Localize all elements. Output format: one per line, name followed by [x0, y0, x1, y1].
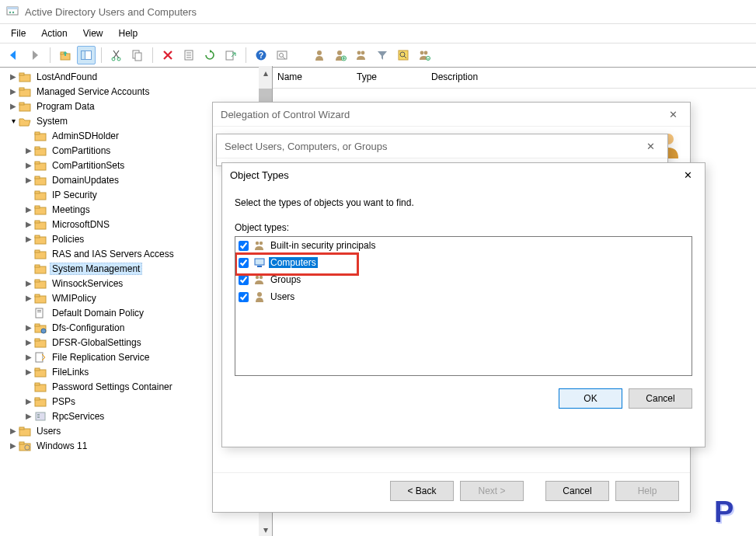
svg-point-91 [260, 242, 263, 245]
menu-file[interactable]: File [3, 25, 33, 42]
nav-forward-button[interactable] [26, 46, 44, 64]
svg-rect-1 [7, 7, 18, 9]
column-description[interactable]: Description [431, 71, 478, 82]
tree-label: RAS and IAS Servers Access [50, 249, 176, 259]
object-types-listbox[interactable]: Built-in security principals Computers G… [235, 236, 692, 376]
close-icon[interactable]: ✕ [678, 165, 697, 184]
chevron-down-icon[interactable]: ▾ [8, 116, 19, 127]
chevron-right-icon[interactable]: ▶ [8, 426, 19, 437]
folder-icon [19, 85, 31, 98]
tree-label: Users [34, 426, 63, 437]
svg-rect-66 [36, 308, 43, 318]
tree-label: RpcServices [50, 411, 106, 422]
svg-rect-80 [35, 398, 40, 400]
tree-label: System [34, 116, 70, 127]
ok-button[interactable]: OK [559, 388, 622, 409]
chevron-right-icon[interactable]: ▶ [23, 352, 34, 363]
wizard-back-button[interactable]: < Back [390, 481, 454, 501]
svg-rect-19 [277, 51, 287, 59]
option-users[interactable]: Users [235, 288, 692, 305]
tree-label: File Replication Service [50, 352, 152, 363]
list-header[interactable]: Name Type Description [273, 66, 756, 89]
chevron-right-icon[interactable]: ▶ [23, 160, 34, 171]
refresh-button[interactable] [200, 46, 219, 64]
scroll-up-button[interactable]: ▴ [259, 66, 272, 79]
menu-action[interactable]: Action [33, 25, 75, 42]
folder-icon [34, 277, 47, 290]
help-button[interactable]: ? [252, 46, 270, 64]
properties-button[interactable] [179, 46, 198, 64]
folder-icon [34, 189, 47, 201]
chevron-right-icon[interactable]: ▶ [23, 396, 34, 407]
column-type[interactable]: Type [357, 71, 377, 82]
up-one-level-button[interactable] [56, 46, 75, 64]
search-button[interactable] [394, 46, 413, 64]
svg-rect-82 [37, 414, 40, 416]
chevron-right-icon[interactable]: ▶ [23, 234, 34, 245]
add-group-button[interactable] [352, 46, 371, 64]
scroll-down-button[interactable]: ▾ [259, 523, 272, 536]
show-hide-console-tree-button[interactable] [77, 46, 96, 64]
chevron-right-icon[interactable]: ▶ [23, 145, 34, 156]
chevron-right-icon[interactable]: ▶ [23, 175, 34, 186]
option-groups-checkbox[interactable] [239, 275, 249, 285]
chevron-right-icon[interactable]: ▶ [23, 337, 34, 348]
computer-icon [253, 256, 266, 269]
option-builtin-checkbox[interactable] [239, 241, 249, 251]
tree-item-msa[interactable]: ▶Managed Service Accounts [8, 84, 272, 99]
chevron-right-icon[interactable]: ▶ [23, 204, 34, 215]
chevron-right-icon[interactable]: ▶ [23, 278, 34, 289]
svg-rect-53 [35, 206, 40, 208]
menu-help[interactable]: Help [111, 25, 146, 42]
folder-icon [34, 204, 47, 216]
option-groups[interactable]: Groups [235, 271, 692, 288]
chevron-right-icon[interactable]: ▶ [8, 86, 19, 97]
chevron-right-icon[interactable]: ▶ [23, 219, 34, 230]
close-icon[interactable]: ✕ [664, 105, 682, 124]
svg-rect-61 [35, 265, 40, 267]
wizard-title-bar[interactable]: Delegation of Control Wizard ✕ [213, 103, 690, 127]
chevron-right-icon[interactable]: ▶ [23, 367, 34, 378]
tree-label: DFSR-GlobalSettings [50, 337, 144, 348]
delete-button[interactable] [159, 46, 177, 64]
svg-rect-93 [257, 266, 262, 267]
user-icon-button[interactable] [310, 46, 329, 64]
svg-rect-73 [35, 339, 40, 341]
option-computers-checkbox[interactable] [239, 258, 249, 268]
wizard-cancel-button[interactable]: Cancel [545, 481, 609, 501]
nav-back-button[interactable] [5, 46, 23, 64]
svg-rect-70 [35, 324, 40, 326]
cut-button[interactable] [107, 46, 126, 64]
close-icon[interactable]: ✕ [641, 137, 660, 155]
chevron-right-icon[interactable]: ▶ [23, 322, 34, 333]
chevron-right-icon[interactable]: ▶ [8, 440, 19, 451]
option-builtin[interactable]: Built-in security principals [235, 237, 692, 254]
tree-label: MicrosoftDNS [50, 219, 112, 230]
copy-button[interactable] [128, 46, 147, 64]
chevron-right-icon[interactable]: ▶ [8, 101, 19, 112]
export-list-button[interactable] [221, 46, 240, 64]
folder-open-icon [19, 115, 31, 127]
option-computers[interactable]: Computers [235, 254, 692, 271]
cancel-button[interactable]: Cancel [629, 388, 692, 409]
chevron-right-icon[interactable]: ▶ [23, 411, 34, 422]
folder-icon [34, 381, 47, 393]
svg-rect-49 [35, 176, 40, 179]
add-to-group-button[interactable]: + [415, 46, 434, 64]
svg-rect-74 [36, 353, 43, 362]
select-objects-title-bar[interactable]: Select Users, Computers, or Groups ✕ [217, 134, 667, 158]
option-users-checkbox[interactable] [239, 292, 249, 302]
tree-item-lostandfound[interactable]: ▶LostAndFound [8, 69, 272, 84]
menu-view[interactable]: View [75, 25, 111, 42]
chevron-right-icon[interactable]: ▶ [23, 293, 34, 304]
object-types-title-bar[interactable]: Object Types ✕ [222, 163, 705, 186]
find-button[interactable] [273, 46, 291, 64]
add-user-button[interactable] [331, 46, 350, 64]
svg-rect-41 [19, 103, 24, 105]
wizard-help-button: Help [615, 481, 679, 501]
column-name[interactable]: Name [277, 71, 302, 82]
chevron-right-icon[interactable]: ▶ [8, 71, 19, 82]
select-objects-title: Select Users, Computers, or Groups [225, 141, 388, 152]
svg-point-94 [256, 276, 259, 279]
filter-button[interactable] [373, 46, 392, 64]
